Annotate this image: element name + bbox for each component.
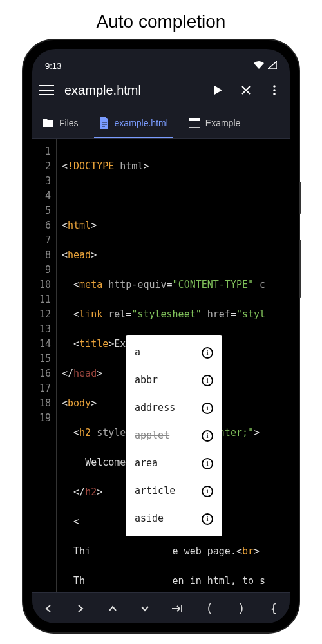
line-number: 8 (32, 248, 51, 263)
menu-button[interactable] (39, 85, 54, 95)
autocomplete-item[interactable]: appleti (126, 422, 222, 450)
line-number: 11 (32, 292, 51, 307)
line-number: 4 (32, 189, 51, 204)
screen: 9:13 example.html (32, 49, 290, 623)
tab-key-icon[interactable] (163, 594, 191, 623)
phone-side-button (299, 182, 301, 214)
svg-point-0 (273, 85, 276, 88)
line-number: 16 (32, 366, 51, 381)
line-number: 1 (32, 144, 51, 159)
tab-label: Files (59, 118, 79, 128)
wifi-icon (254, 61, 264, 71)
autocomplete-label: address (135, 401, 175, 415)
line-number: 14 (32, 337, 51, 352)
line-number: 9 (32, 263, 51, 278)
signal-icon (268, 61, 277, 71)
appbar-title: example.html (64, 83, 198, 98)
info-icon[interactable]: i (202, 458, 213, 469)
info-icon[interactable]: i (202, 347, 213, 359)
phone-frame: 9:13 example.html (23, 40, 299, 632)
svg-rect-4 (102, 124, 107, 125)
line-number: 10 (32, 278, 51, 292)
tab-files[interactable]: Files (32, 107, 89, 138)
status-bar: 9:13 (32, 49, 290, 73)
svg-rect-7 (189, 118, 200, 121)
chevron-left-icon[interactable] (34, 594, 62, 623)
overflow-menu-button[interactable] (265, 81, 283, 99)
chevron-up-icon[interactable] (99, 594, 127, 623)
line-number: 17 (32, 381, 51, 396)
tab-bar: Files example.html Example (32, 107, 290, 139)
tab-label: Example (205, 118, 240, 128)
line-number: 18 (32, 396, 51, 411)
line-gutter: 12345678910111213141516171819 (32, 139, 57, 592)
autocomplete-item[interactable]: articlei (126, 477, 222, 505)
line-number: 12 (32, 307, 51, 322)
svg-rect-3 (102, 122, 107, 123)
autocomplete-item[interactable]: ai (126, 339, 222, 366)
autocomplete-item[interactable]: abbri (126, 366, 222, 394)
code-editor[interactable]: 12345678910111213141516171819 <!DOCTYPE … (32, 139, 290, 592)
tab-label: example.html (115, 118, 168, 128)
tab-example-preview[interactable]: Example (178, 107, 251, 138)
info-icon[interactable]: i (202, 402, 213, 414)
line-number: 5 (32, 204, 51, 218)
autocomplete-popup: aiabbriaddressiappletiareaiarticleiaside… (126, 335, 222, 536)
autocomplete-label: applet (135, 428, 169, 443)
autocomplete-label: article (135, 484, 175, 498)
clock: 9:13 (45, 61, 61, 71)
autocomplete-item[interactable]: addressi (126, 394, 222, 422)
run-button[interactable] (209, 81, 227, 99)
app-bar: example.html (32, 73, 290, 107)
close-button[interactable] (237, 81, 255, 99)
info-icon[interactable]: i (202, 486, 213, 497)
file-icon (99, 117, 109, 129)
bottom-toolbar: (){ (32, 592, 290, 623)
tab-example-html[interactable]: example.html (89, 107, 178, 138)
svg-rect-5 (102, 126, 105, 127)
svg-point-2 (273, 93, 276, 95)
info-icon[interactable]: i (202, 375, 213, 386)
folder-icon (43, 118, 54, 128)
autocomplete-label: aside (135, 511, 164, 526)
info-icon[interactable]: i (202, 513, 213, 525)
line-number: 19 (32, 411, 51, 426)
line-number: 3 (32, 174, 51, 189)
web-icon (189, 118, 200, 128)
line-number: 2 (32, 159, 51, 174)
chevron-down-icon[interactable] (131, 594, 159, 623)
line-number: 13 (32, 322, 51, 337)
phone-side-button (299, 240, 301, 298)
autocomplete-label: a (135, 345, 140, 360)
autocomplete-item[interactable]: asidei (126, 505, 222, 533)
svg-point-1 (273, 89, 276, 91)
toolbar-key[interactable]: ) (227, 594, 256, 623)
autocomplete-item[interactable]: areai (126, 450, 222, 477)
line-number: 15 (32, 352, 51, 366)
page-heading: Auto completion (0, 0, 322, 40)
info-icon[interactable]: i (202, 430, 213, 442)
toolbar-key[interactable]: { (260, 594, 288, 623)
chevron-right-icon[interactable] (66, 594, 95, 623)
autocomplete-label: area (135, 456, 158, 471)
autocomplete-label: abbr (135, 373, 158, 388)
line-number: 7 (32, 233, 51, 248)
toolbar-key[interactable]: ( (195, 594, 223, 623)
line-number: 6 (32, 218, 51, 233)
